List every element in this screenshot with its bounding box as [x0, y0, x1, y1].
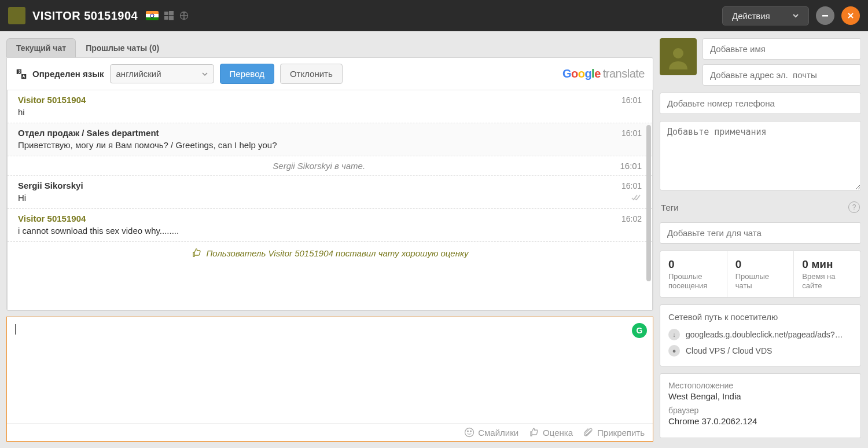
chat-message: Visitor 5015190416:01hi: [8, 90, 652, 123]
minimize-button[interactable]: [816, 6, 834, 25]
message-body: i cannot sownload this sex video why....…: [18, 226, 179, 236]
thumbs-up-icon: [192, 248, 202, 258]
grammarly-icon[interactable]: G: [632, 323, 647, 338]
visitor-avatar-large: [660, 38, 697, 75]
svg-point-8: [465, 428, 474, 437]
chat-pane: Текущий чат Прошлые чаты (0) 文A Определе…: [0, 31, 660, 448]
india-flag-icon: [146, 11, 159, 20]
chat-message: Sergii Sikorskyi16:01Hi: [8, 176, 652, 209]
location-value: West Bengal, India: [668, 391, 852, 401]
detected-language-label: 文A Определен язык: [15, 68, 104, 80]
svg-rect-3: [169, 16, 174, 20]
message-author: Visitor 50151904: [18, 95, 86, 105]
message-time: 16:01: [621, 181, 642, 190]
emoji-icon: [464, 427, 475, 438]
svg-point-9: [468, 431, 469, 432]
svg-rect-2: [164, 16, 168, 20]
actions-label: Действия: [732, 11, 770, 21]
message-input-card: G Смайлики Оценка: [6, 317, 653, 442]
side-pane: Теги ? 0 Прошлые посещения 0 Прошлые чат…: [660, 31, 868, 448]
language-select[interactable]: английский: [110, 64, 214, 83]
emoji-tool[interactable]: Смайлики: [464, 427, 518, 438]
top-bar: VISITOR 50151904 Действия: [0, 0, 868, 31]
delivered-icon: [631, 194, 642, 201]
svg-text:A: A: [23, 74, 25, 78]
network-path-title: Сетевой путь к посетителю: [668, 312, 852, 322]
chat-message: Visitor 5015190416:02i cannot sownload t…: [8, 209, 652, 242]
help-icon[interactable]: ?: [848, 201, 860, 213]
globe-icon: [179, 11, 189, 20]
message-body: Hi: [18, 193, 26, 203]
message-body: Приветствую, могу ли я Вам помочь? / Gre…: [18, 140, 277, 150]
rate-tool[interactable]: Оценка: [529, 427, 573, 438]
chevron-down-icon: [202, 71, 208, 77]
translate-icon: 文A: [15, 68, 28, 80]
browser-value: Chrome 37.0.2062.124: [668, 416, 852, 426]
network-path-item[interactable]: ●Cloud VPS / Cloud VDS: [668, 343, 852, 359]
email-field[interactable]: [703, 64, 861, 86]
stat-past-visits: 0 Прошлые посещения: [660, 251, 727, 297]
close-button[interactable]: [841, 6, 860, 25]
path-bullet-icon: ↓: [668, 329, 680, 340]
browser-label: браузер: [668, 406, 852, 415]
actions-dropdown[interactable]: Действия: [722, 6, 809, 25]
chevron-down-icon: [792, 12, 799, 19]
message-time: 16:02: [621, 214, 642, 223]
input-toolbar: Смайлики Оценка Прикрепить: [7, 423, 653, 441]
dismiss-button[interactable]: Отклонить: [280, 64, 343, 84]
scrollbar[interactable]: [646, 125, 651, 281]
chat-log[interactable]: Visitor 5015190416:01hiОтдел продаж / Sa…: [7, 90, 653, 310]
google-translate-logo: Googletranslate: [562, 67, 645, 80]
message-input[interactable]: G: [7, 317, 653, 423]
visitor-title: VISITOR 50151904: [32, 9, 138, 23]
paperclip-icon: [583, 427, 594, 438]
message-body: hi: [18, 107, 25, 117]
notes-field[interactable]: [660, 121, 861, 190]
svg-text:文: 文: [17, 69, 21, 74]
tab-current-chat[interactable]: Текущий чат: [6, 38, 76, 57]
visitor-avatar-small: [8, 7, 25, 24]
chat-rating-line: Пользователь Visitor 50151904 поставил ч…: [8, 242, 652, 264]
message-author: Отдел продаж / Sales department: [18, 128, 159, 138]
svg-rect-1: [169, 11, 174, 15]
path-bullet-icon: ●: [668, 345, 680, 357]
network-path-item[interactable]: ↓googleads.g.doubleclick.net/pagead/ads?…: [668, 326, 852, 343]
visitor-meta-icons: [146, 11, 189, 20]
tags-header: Теги ?: [660, 199, 861, 215]
message-author: Visitor 50151904: [18, 214, 86, 223]
phone-field[interactable]: [660, 93, 861, 114]
name-field[interactable]: [703, 38, 861, 60]
language-value: английский: [116, 69, 161, 79]
chat-tabs: Текущий чат Прошлые чаты (0): [6, 38, 653, 57]
thumbs-up-icon: [529, 427, 539, 438]
chat-message: Отдел продаж / Sales department16:01Прив…: [8, 123, 652, 156]
location-label: Местоположение: [668, 381, 852, 390]
svg-rect-5: [822, 15, 828, 17]
visitor-profile: [660, 38, 861, 86]
network-path-panel: Сетевой путь к посетителю ↓googleads.g.d…: [660, 304, 861, 366]
message-time: 16:01: [621, 96, 642, 105]
message-time: 16:01: [621, 128, 642, 138]
tags-label: Теги: [661, 203, 679, 212]
system-message: Sergii Sikorskyi в чате.16:01: [8, 156, 652, 176]
tags-field[interactable]: [660, 222, 861, 244]
svg-point-10: [470, 431, 472, 432]
visitor-info-panel: Местоположение West Bengal, India браузе…: [660, 373, 861, 438]
svg-point-11: [673, 48, 683, 58]
tab-past-chats[interactable]: Прошлые чаты (0): [76, 38, 169, 57]
translate-bar: 文A Определен язык английский Перевод Отк…: [7, 58, 653, 90]
attach-tool[interactable]: Прикрепить: [583, 427, 645, 438]
translate-button[interactable]: Перевод: [220, 64, 274, 84]
svg-rect-0: [164, 12, 168, 15]
visitor-stats: 0 Прошлые посещения 0 Прошлые чаты 0 мин…: [660, 251, 861, 298]
stat-past-chats: 0 Прошлые чаты: [727, 251, 794, 297]
windows-icon: [164, 11, 174, 20]
message-author: Sergii Sikorskyi: [18, 181, 83, 190]
stat-time-on-site: 0 мин Время на сайте: [793, 251, 860, 297]
